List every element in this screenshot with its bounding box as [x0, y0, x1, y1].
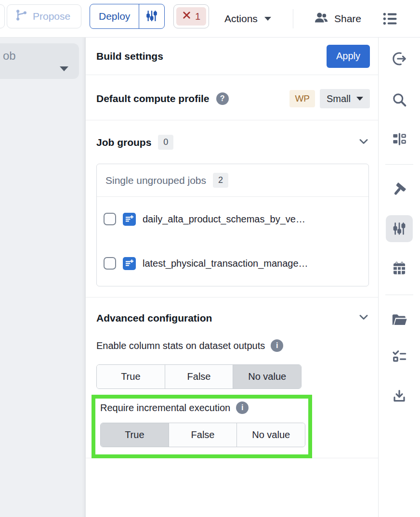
compute-profile-label: Default compute profile	[96, 93, 210, 104]
hammer-icon[interactable]	[391, 181, 407, 197]
column-stats-true-button[interactable]: True	[97, 365, 165, 388]
checklist-icon[interactable]	[392, 349, 407, 364]
build-settings-header: Build settings Apply	[96, 38, 370, 75]
list-icon-button[interactable]	[382, 11, 398, 28]
people-icon	[314, 11, 328, 27]
incremental-segmented-control: True False No value	[100, 423, 305, 447]
job-groups-label: Job groups	[96, 137, 151, 148]
column-stats-false-button[interactable]: False	[165, 365, 233, 388]
deploy-settings-button[interactable]	[139, 4, 164, 28]
info-icon[interactable]: i	[271, 339, 283, 352]
dataset-icon	[123, 257, 136, 270]
job-groups-count-badge: 0	[158, 135, 173, 150]
search-icon[interactable]	[392, 92, 407, 107]
chevron-down-icon[interactable]	[357, 135, 370, 150]
incremental-label: Require incremental execution	[100, 402, 230, 414]
page-title: Build settings	[96, 51, 163, 62]
advanced-configuration-label: Advanced configuration	[96, 312, 212, 324]
divider	[86, 120, 378, 120]
deploy-label: Deploy	[99, 11, 130, 22]
chevron-down-icon	[60, 66, 68, 71]
ungrouped-jobs-header: Single ungrouped jobs 2	[97, 164, 368, 197]
job-name: latest_physical_transaction_manage…	[143, 258, 308, 269]
divider	[86, 75, 378, 75]
column-stats-label-row: Enable column stats on dataset outputs i	[96, 339, 283, 352]
job-row[interactable]: latest_physical_transaction_manage…	[97, 241, 368, 285]
compute-size-value: Small	[327, 93, 351, 104]
top-toolbar: Propose Deploy	[0, 0, 420, 38]
incremental-novalue-button[interactable]: No value	[236, 423, 305, 447]
bulleted-list-icon	[382, 21, 398, 28]
job-selector-label: ob	[3, 49, 16, 63]
folder-open-icon[interactable]	[391, 311, 407, 328]
compare-icon[interactable]	[392, 131, 407, 147]
share-label: Share	[334, 13, 361, 25]
toolbar-divider	[293, 9, 293, 28]
incremental-label-row: Require incremental execution i	[100, 401, 249, 414]
advanced-configuration-header: Advanced configuration	[96, 305, 370, 331]
compute-size-dropdown[interactable]: Small	[320, 89, 370, 108]
propose-button[interactable]: Propose	[7, 4, 81, 28]
error-count-button[interactable]: 1	[173, 4, 209, 28]
error-count: 1	[195, 11, 200, 22]
branch-icon	[15, 9, 28, 24]
actions-menu-button[interactable]: Actions	[224, 0, 271, 38]
sign-out-icon[interactable]	[392, 51, 407, 66]
app-screen: Propose Deploy	[0, 0, 420, 517]
job-checkbox[interactable]	[104, 257, 116, 270]
incremental-true-button[interactable]: True	[101, 423, 169, 447]
help-icon[interactable]: ?	[216, 92, 229, 105]
incremental-false-button[interactable]: False	[169, 423, 237, 447]
job-selector-dropdown[interactable]: ob	[0, 43, 79, 79]
calendar-icon[interactable]	[392, 260, 407, 276]
error-pill: 1	[176, 7, 206, 26]
info-icon[interactable]: i	[236, 401, 249, 414]
right-icon-sidebar	[378, 38, 420, 517]
chevron-down-icon	[356, 97, 363, 101]
divider	[86, 297, 378, 297]
chevron-down-icon	[264, 17, 271, 21]
deploy-button[interactable]: Deploy	[90, 4, 139, 28]
download-icon[interactable]	[392, 388, 407, 404]
compute-profile-row: Default compute profile ? WP Small	[96, 86, 370, 111]
build-settings-sliders-icon[interactable]	[392, 221, 407, 236]
left-panel: ob	[0, 38, 86, 517]
sliders-icon	[145, 9, 158, 24]
share-button[interactable]: Share	[314, 0, 361, 38]
job-groups-header: Job groups 0	[96, 129, 370, 155]
sidebar-divider	[385, 295, 413, 295]
ungrouped-jobs-count-badge: 2	[213, 173, 228, 188]
cutoff-button-edge	[0, 4, 5, 28]
highlight-annotation-box: Require incremental execution i True Fal…	[92, 395, 312, 458]
deploy-split-button: Deploy	[90, 4, 165, 29]
apply-button[interactable]: Apply	[327, 45, 370, 68]
column-stats-segmented-control: True False No value	[96, 364, 302, 389]
wp-badge: WP	[289, 90, 315, 107]
dataset-icon	[123, 213, 136, 226]
job-name: daily_alta_product_schemas_by_ve…	[143, 214, 305, 225]
ungrouped-jobs-card: Single ungrouped jobs 2 daily_alta_produ…	[96, 164, 369, 286]
job-checkbox[interactable]	[104, 213, 116, 225]
build-settings-panel: Build settings Apply Default compute pro…	[86, 38, 378, 517]
job-row[interactable]: daily_alta_product_schemas_by_ve…	[97, 197, 368, 241]
error-x-icon	[182, 11, 191, 22]
column-stats-label: Enable column stats on dataset outputs	[96, 340, 265, 351]
actions-label: Actions	[224, 13, 258, 25]
sidebar-divider	[385, 164, 413, 165]
propose-label: Propose	[33, 11, 70, 22]
column-stats-novalue-button[interactable]: No value	[233, 365, 301, 388]
chevron-down-icon[interactable]	[357, 311, 370, 325]
ungrouped-jobs-label: Single ungrouped jobs	[105, 175, 206, 186]
